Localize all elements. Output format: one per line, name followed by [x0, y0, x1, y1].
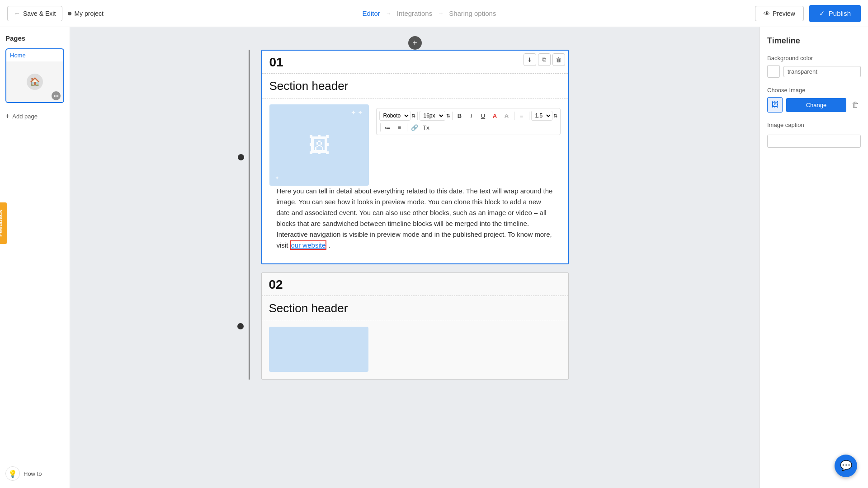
save-exit-label: Save & Exit [23, 10, 56, 17]
unordered-list-button[interactable]: ≡ [394, 122, 405, 133]
page-card-home[interactable]: Home 🏠 ••• [5, 48, 64, 103]
topbar-center: Editor → Integrations → Sharing options [104, 9, 755, 17]
block-header-area-2: Section header [262, 296, 568, 321]
add-block-bar: + [243, 36, 587, 50]
color-value: transparent [783, 66, 861, 77]
align-button[interactable]: ≡ [516, 110, 527, 121]
line-height-select[interactable]: 1.5 [531, 111, 552, 121]
block-header-area-1: Section header [262, 74, 568, 99]
how-to-button[interactable]: 💡 How to [5, 466, 42, 481]
image-pick-button[interactable]: 🖼 [767, 97, 783, 113]
project-name-label: My project [74, 10, 104, 17]
underline-button[interactable]: U [478, 110, 489, 121]
publish-label: Publish [829, 9, 851, 17]
add-block-top-button[interactable]: + [408, 36, 422, 50]
stars-icon: ✦ ✦ [351, 109, 363, 116]
copy-tool-button[interactable]: ⧉ [538, 53, 551, 66]
panel-title: Timeline [767, 36, 861, 46]
link-button[interactable]: 🔗 [409, 122, 420, 133]
font-color-button[interactable]: A [490, 110, 500, 121]
page-thumb: 🏠 ••• [6, 61, 63, 102]
block-link-text[interactable]: our website [290, 240, 327, 250]
font-bg-button[interactable]: A [501, 110, 512, 121]
sidebar-title: Pages [5, 34, 64, 42]
choose-image-label: Choose Image [767, 87, 861, 94]
choose-image-row: 🖼 Change 🗑 [767, 97, 861, 113]
toolbar-sep-5 [380, 123, 381, 131]
topbar-right: 👁 Preview ✓ Publish [755, 5, 861, 22]
image-caption-label: Image caption [767, 122, 861, 128]
feedback-tab[interactable]: Feedback [0, 202, 7, 244]
background-color-row: transparent [767, 65, 861, 78]
right-panel: Timeline Background color transparent Ch… [760, 27, 868, 488]
image-placeholder[interactable]: ✦ ✦ 🖼 ✦ [269, 104, 369, 186]
main-layout: Pages Home 🏠 ••• + Add page 💡 How to + [0, 27, 868, 488]
image-placeholder-2[interactable] [269, 327, 368, 372]
plus-icon: + [412, 38, 417, 48]
eye-icon: 👁 [764, 10, 770, 17]
add-page-label: Add page [12, 113, 38, 120]
font-size-select[interactable]: 16px [420, 111, 445, 121]
preview-button[interactable]: 👁 Preview [755, 6, 804, 21]
nav-integrations[interactable]: Integrations [397, 9, 432, 17]
save-exit-button[interactable]: ← Save & Exit [7, 6, 62, 21]
size-arrows-icon: ⇅ [446, 113, 450, 119]
italic-button[interactable]: I [466, 110, 477, 121]
block-number-area-1: 01 [262, 51, 568, 74]
block-image-area: ✦ ✦ 🖼 ✦ Roboto ⇅ 16px ⇅ [262, 99, 568, 263]
font-select[interactable]: Roboto [379, 111, 410, 121]
add-page-button[interactable]: + Add page [5, 110, 64, 122]
block-header-1[interactable]: Section header [269, 79, 349, 93]
canvas-area: + ⬇ ⧉ 🗑 01 Section header [70, 27, 760, 488]
topbar-left: ← Save & Exit My project [7, 6, 104, 21]
lh-arrows-icon: ⇅ [553, 113, 557, 119]
home-icon: 🏠 [27, 74, 43, 90]
choose-image-section: Choose Image 🖼 Change 🗑 [767, 87, 861, 113]
background-color-section: Background color transparent [767, 55, 861, 78]
arrow-left-icon: ← [14, 10, 20, 17]
project-dot-icon [68, 12, 71, 15]
canvas-inner: + ⬇ ⧉ 🗑 01 Section header [243, 36, 587, 380]
feedback-label: Feedback [0, 210, 4, 237]
publish-button[interactable]: ✓ Publish [809, 5, 861, 22]
link-punctuation: . [328, 241, 330, 249]
toolbar-sep-1 [417, 112, 418, 120]
background-color-label: Background color [767, 55, 861, 61]
plus-icon: + [5, 112, 9, 120]
bold-button[interactable]: B [454, 110, 465, 121]
topbar: ← Save & Exit My project Editor → Integr… [0, 0, 868, 27]
star-bottom-icon: ✦ [275, 175, 279, 181]
block-number-area-2: 02 [262, 273, 568, 296]
nav-arrow-1: → [386, 10, 392, 17]
download-tool-button[interactable]: ⬇ [524, 53, 536, 66]
how-to-label: How to [24, 470, 42, 477]
preview-label: Preview [773, 10, 795, 17]
sidebar: Pages Home 🏠 ••• + Add page 💡 How to [0, 27, 70, 488]
color-swatch[interactable] [767, 65, 780, 78]
block-header-2[interactable]: Section header [269, 301, 348, 315]
block-text-area-1: Here you can tell in detail about everyt… [269, 186, 561, 258]
block-dot-2 [237, 323, 244, 329]
chat-button[interactable]: 💬 [835, 455, 857, 477]
toolbar-sep-2 [452, 112, 453, 120]
page-card-label: Home [6, 49, 63, 61]
timeline-block-2: 02 Section header [261, 272, 569, 380]
image-caption-section: Image caption [767, 122, 861, 148]
toolbar-sep-6 [407, 123, 407, 131]
page-more-button[interactable]: ••• [52, 91, 61, 100]
bulb-icon: 💡 [5, 466, 20, 481]
image-icon: 🖼 [308, 133, 330, 158]
block-body-text-1: Here you can tell in detail about everyt… [277, 187, 553, 249]
nav-sharing[interactable]: Sharing options [449, 9, 496, 17]
check-icon: ✓ [819, 9, 825, 18]
nav-editor[interactable]: Editor [363, 9, 380, 17]
block-image-placeholder-2-area [262, 321, 568, 379]
image-caption-input[interactable] [767, 135, 861, 148]
clear-format-button[interactable]: Tx [421, 122, 432, 133]
delete-image-button[interactable]: 🗑 [850, 99, 861, 111]
block-toolbar-1: ⬇ ⧉ 🗑 [524, 53, 565, 66]
delete-tool-button[interactable]: 🗑 [552, 53, 565, 66]
ordered-list-button[interactable]: ≔ [382, 122, 393, 133]
change-image-button[interactable]: Change [786, 98, 846, 112]
toolbar-sep-3 [514, 112, 514, 120]
